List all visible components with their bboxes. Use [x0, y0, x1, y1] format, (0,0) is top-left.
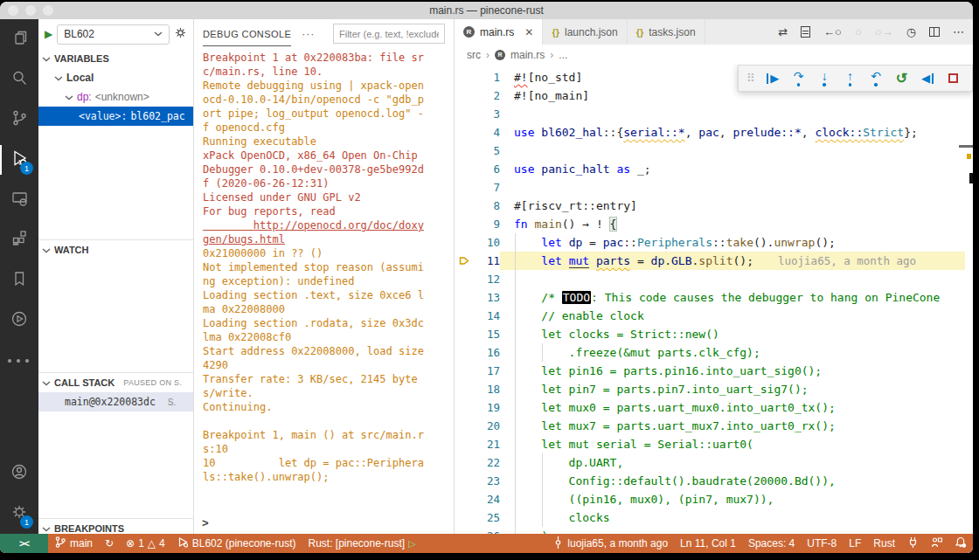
status-problems[interactable]: ⊗1 △4	[120, 534, 171, 553]
line-number[interactable]: 12	[474, 270, 500, 288]
gutter-glyph[interactable]	[455, 307, 474, 325]
gutter-glyph[interactable]	[455, 288, 474, 307]
step-back-circle-icon[interactable]: ←○	[823, 25, 842, 38]
panel-more-actions[interactable]: ···	[302, 28, 315, 40]
status-language[interactable]: Rust	[867, 534, 901, 553]
code-editor[interactable]: 1#![no_std]2#![no_main]34use bl602_hal::…	[455, 65, 965, 534]
status-blame[interactable]: luojia65, a month ago	[546, 534, 674, 553]
tab-tasks-json[interactable]: {} tasks.json	[628, 19, 705, 45]
gutter-glyph[interactable]	[455, 362, 474, 380]
sidebar-item-extensions[interactable]	[0, 220, 38, 260]
line-number[interactable]: 11	[474, 252, 500, 270]
variable-dp-row[interactable]: dp: <unknown>	[38, 87, 193, 107]
gutter-glyph[interactable]	[455, 142, 474, 160]
gutter-glyph[interactable]	[455, 270, 474, 288]
restart-button[interactable]: ↺	[891, 67, 913, 90]
gutter-glyph[interactable]	[455, 527, 474, 534]
gutter-glyph[interactable]	[455, 197, 474, 215]
line-number[interactable]: 3	[474, 105, 500, 123]
gutter-glyph[interactable]	[455, 398, 474, 417]
gutter-glyph[interactable]	[455, 325, 474, 343]
line-number[interactable]: 13	[474, 288, 500, 307]
minimize-window-button[interactable]	[25, 5, 36, 16]
debug-config-select[interactable]: BL602	[57, 24, 170, 45]
gutter-glyph[interactable]	[455, 178, 474, 197]
gutter-glyph[interactable]	[455, 435, 474, 453]
console-output[interactable]: Breakpoint 1 at 0x220083ba: file src/mai…	[194, 48, 454, 511]
gutter-glyph[interactable]	[455, 490, 474, 508]
variable-value-row-selected[interactable]: <value>: bl602_pac	[38, 107, 193, 126]
step-back-button[interactable]: ↶	[864, 67, 886, 90]
configure-gear-icon[interactable]	[174, 26, 187, 42]
line-number[interactable]: 2	[474, 86, 500, 105]
breadcrumb-file[interactable]: main.rs	[510, 49, 545, 61]
sidebar-item-search[interactable]	[0, 59, 38, 100]
gutter-glyph[interactable]	[455, 453, 474, 472]
step-into-button[interactable]: ↓	[813, 67, 835, 90]
line-number[interactable]: 8	[474, 197, 500, 215]
line-number[interactable]: 5	[474, 142, 500, 160]
status-encoding[interactable]: UTF-8	[801, 534, 843, 553]
sidebar-item-run[interactable]	[0, 301, 38, 341]
gutter-glyph[interactable]	[455, 380, 474, 398]
status-sync[interactable]: ↻	[99, 534, 120, 553]
line-number[interactable]: 14	[474, 307, 500, 325]
gutter-glyph[interactable]	[455, 472, 474, 490]
breakpoints-header[interactable]: BREAKPOINTS	[38, 519, 193, 534]
status-line-col[interactable]: Ln 11, Col 1	[674, 534, 742, 553]
current-frame-icon[interactable]: ○	[855, 25, 862, 38]
reverse-continue-button[interactable]: ◀	[916, 67, 938, 90]
status-feedback[interactable]	[925, 534, 948, 553]
settings-button[interactable]: 1	[0, 494, 38, 534]
step-forward-circle-icon[interactable]: ○→	[875, 25, 893, 38]
line-number[interactable]: 26	[474, 527, 500, 534]
stop-button[interactable]	[942, 67, 964, 90]
line-number[interactable]: 22	[474, 453, 500, 472]
gutter-glyph[interactable]	[455, 343, 474, 362]
split-editor-icon[interactable]	[929, 27, 940, 37]
console-filter-input[interactable]	[333, 24, 445, 44]
zoom-window-button[interactable]	[43, 5, 53, 16]
drag-handle-icon[interactable]: ⠿	[746, 72, 755, 85]
sidebar-item-explorer[interactable]	[0, 19, 38, 59]
line-number[interactable]: 7	[474, 178, 500, 197]
disassembly-file-icon[interactable]	[801, 26, 810, 38]
close-icon[interactable]: ✕	[524, 26, 533, 38]
line-number[interactable]: 20	[474, 417, 500, 435]
window-controls[interactable]	[8, 5, 53, 16]
console-link-line[interactable]: http://openocd.org/doc/doxygen/bugs.html	[203, 218, 425, 246]
status-rust-task[interactable]: Rust: [pinecone-rust] ▷	[302, 534, 421, 553]
line-number[interactable]: 19	[474, 398, 500, 417]
line-number[interactable]: 15	[474, 325, 500, 343]
variables-header[interactable]: VARIABLES	[38, 49, 193, 68]
gutter-glyph[interactable]	[455, 160, 474, 178]
tab-main-rs[interactable]: R main.rs ✕	[455, 19, 543, 45]
close-window-button[interactable]	[8, 5, 18, 16]
step-over-button[interactable]: ↷	[788, 67, 809, 90]
tab-launch-json[interactable]: {} launch.json	[543, 19, 627, 45]
gutter-glyph[interactable]	[455, 105, 474, 123]
more-actions-icon[interactable]: ⋯	[953, 25, 964, 38]
gutter-glyph[interactable]	[455, 508, 474, 527]
status-eol[interactable]: LF	[843, 534, 867, 553]
breadcrumb[interactable]: src › R main.rs › ...	[455, 45, 973, 65]
line-number[interactable]: 24	[474, 490, 500, 508]
line-number[interactable]: 6	[474, 160, 500, 178]
code-area[interactable]: ⠿ ▶ ↷ ↓ ↑ ↶ ↺ ◀ 1#![no_std]2#![no_main]3…	[455, 65, 973, 534]
status-debug-target[interactable]: BL602 (pinecone-rust)	[171, 534, 302, 553]
gutter-glyph[interactable]	[455, 68, 474, 86]
console-prompt[interactable]: >	[194, 511, 454, 534]
stack-frame-row[interactable]: main@0x220083dc S.	[38, 392, 193, 411]
status-branch[interactable]: main	[48, 534, 99, 553]
tab-debug-console[interactable]: DEBUG CONSOLE	[203, 22, 291, 46]
gutter-glyph[interactable]	[455, 215, 474, 233]
breadcrumb-symbol[interactable]: ...	[559, 49, 567, 61]
open-changes-icon[interactable]: ⇄	[778, 25, 788, 38]
line-number[interactable]: 18	[474, 380, 500, 398]
status-indentation[interactable]: Spaces: 4	[742, 534, 801, 553]
line-number[interactable]: 21	[474, 435, 500, 453]
start-debug-icon[interactable]: ▶	[45, 28, 52, 40]
line-number[interactable]: 10	[474, 233, 500, 252]
remote-indicator[interactable]: ><	[0, 534, 48, 553]
gutter-glyph[interactable]	[455, 123, 474, 142]
